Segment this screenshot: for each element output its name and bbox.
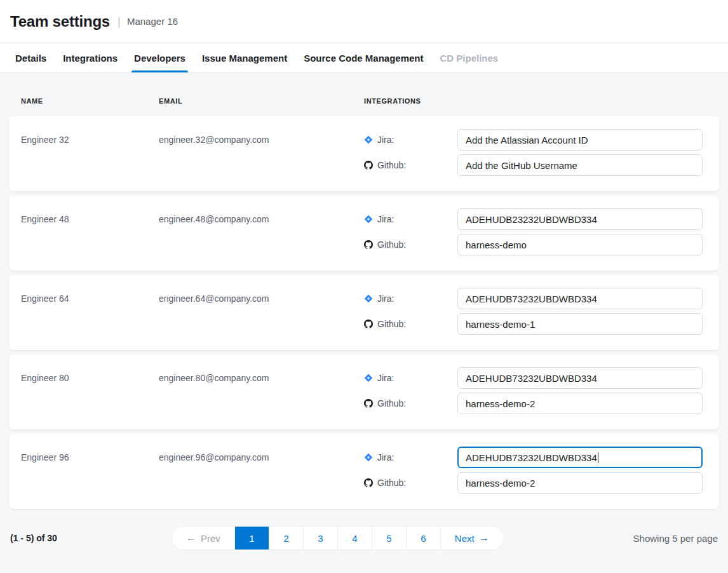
tab-issue-management[interactable]: Issue Management	[202, 43, 287, 72]
github-label: Github:	[364, 160, 457, 170]
left-arrow-icon: ←	[186, 532, 196, 544]
per-page-info: Showing 5 per page	[503, 533, 718, 544]
github-icon	[364, 399, 373, 408]
jira-icon	[364, 135, 373, 144]
github-label: Github:	[364, 319, 457, 329]
jira-icon	[364, 215, 373, 224]
text-cursor	[598, 452, 599, 463]
github-input[interactable]: harness-demo-2	[457, 393, 703, 414]
developer-name: Engineer 48	[21, 208, 159, 255]
github-label: Github:	[364, 239, 457, 250]
jira-label: Jira:	[364, 135, 457, 145]
github-icon	[364, 320, 373, 328]
tab-developers[interactable]: Developers	[134, 43, 185, 72]
column-header-integrations: INTEGRATIONS	[364, 97, 703, 105]
developer-row: Engineer 48 engineer.48@company.com Jira…	[9, 196, 719, 271]
developer-email: engineer.32@company.com	[159, 129, 364, 176]
page-title: Team settings	[10, 13, 110, 30]
github-input[interactable]: harness-demo	[457, 234, 703, 255]
tab-source-code-management[interactable]: Source Code Management	[304, 43, 423, 72]
developer-name: Engineer 80	[21, 367, 159, 414]
page-button-6[interactable]: 6	[407, 527, 441, 549]
developer-name: Engineer 32	[21, 129, 159, 176]
table-column-headers: NAME EMAIL INTEGRATIONS	[9, 73, 719, 116]
pager: ←Prev123456Next→	[172, 527, 503, 549]
column-header-name: NAME	[21, 97, 159, 105]
developer-row: Engineer 96 engineer.96@company.com Jira…	[9, 434, 719, 509]
page-button-5[interactable]: 5	[372, 527, 407, 549]
page-header: Team settings | Manager 16	[0, 0, 728, 43]
developer-name: Engineer 96	[21, 447, 159, 494]
jira-icon	[364, 294, 373, 303]
github-label: Github:	[364, 398, 457, 408]
developer-name: Engineer 64	[21, 288, 159, 335]
jira-input[interactable]: Add the Atlassian Account ID	[457, 129, 703, 151]
page-button-1[interactable]: 1	[235, 527, 269, 549]
jira-label: Jira:	[364, 214, 457, 224]
pagination-range-info: (1 - 5) of 30	[10, 533, 172, 543]
title-separator: |	[118, 15, 121, 29]
tab-bar: DetailsIntegrationsDevelopersIssue Manag…	[0, 43, 728, 73]
github-label: Github:	[364, 478, 457, 488]
jira-label: Jira:	[364, 293, 457, 304]
developer-integrations: Jira: Add the Atlassian Account ID Githu…	[364, 129, 703, 176]
next-page-button[interactable]: Next→	[441, 527, 503, 549]
developer-row: Engineer 32 engineer.32@company.com Jira…	[9, 116, 719, 191]
developer-integrations: Jira: ADEHUDB73232UBDWBD334 Github: harn…	[364, 288, 703, 335]
tab-cd-pipelines: CD Pipelines	[440, 43, 499, 72]
developer-email: engineer.96@company.com	[159, 447, 364, 494]
developer-integrations: Jira: ADEHUDB73232UBDWBD334 Github: harn…	[364, 367, 703, 414]
page-button-3[interactable]: 3	[304, 527, 338, 549]
page-subtitle: Manager 16	[127, 16, 178, 27]
github-input[interactable]: harness-demo-2	[457, 472, 703, 494]
jira-input[interactable]: ADEHUDB23232UBDWBD334	[457, 208, 703, 230]
developer-row: Engineer 64 engineer.64@company.com Jira…	[9, 275, 719, 350]
jira-icon	[364, 453, 373, 462]
jira-label: Jira:	[364, 452, 457, 462]
github-icon	[364, 240, 373, 249]
jira-icon	[364, 374, 373, 382]
developer-email: engineer.48@company.com	[159, 208, 364, 255]
prev-page-button[interactable]: ←Prev	[172, 527, 235, 549]
jira-label: Jira:	[364, 373, 457, 383]
column-header-email: EMAIL	[159, 97, 364, 105]
jira-input[interactable]: ADEHUDB73232UBDWBD334	[457, 447, 703, 468]
tab-integrations[interactable]: Integrations	[63, 43, 118, 72]
developer-integrations: Jira: ADEHUDB73232UBDWBD334 Github: harn…	[364, 447, 703, 494]
page-button-4[interactable]: 4	[338, 527, 372, 549]
developers-table: NAME EMAIL INTEGRATIONS Engineer 32 engi…	[0, 73, 728, 509]
jira-input[interactable]: ADEHUDB73232UBDWBD334	[457, 288, 703, 309]
pagination-bar: (1 - 5) of 30 ←Prev123456Next→ Showing 5…	[0, 527, 728, 549]
page-button-2[interactable]: 2	[269, 527, 304, 549]
github-icon	[364, 161, 373, 170]
developer-integrations: Jira: ADEHUDB23232UBDWBD334 Github: harn…	[364, 208, 703, 255]
github-icon	[364, 478, 373, 487]
github-input[interactable]: harness-demo-1	[457, 313, 703, 335]
tab-details[interactable]: Details	[15, 43, 46, 72]
developer-row: Engineer 80 engineer.80@company.com Jira…	[9, 354, 719, 429]
right-arrow-icon: →	[479, 532, 489, 544]
developer-email: engineer.64@company.com	[159, 288, 364, 335]
jira-input[interactable]: ADEHUDB73232UBDWBD334	[457, 367, 703, 389]
github-input[interactable]: Add the GitHub Username	[457, 154, 703, 176]
developer-email: engineer.80@company.com	[159, 367, 364, 414]
